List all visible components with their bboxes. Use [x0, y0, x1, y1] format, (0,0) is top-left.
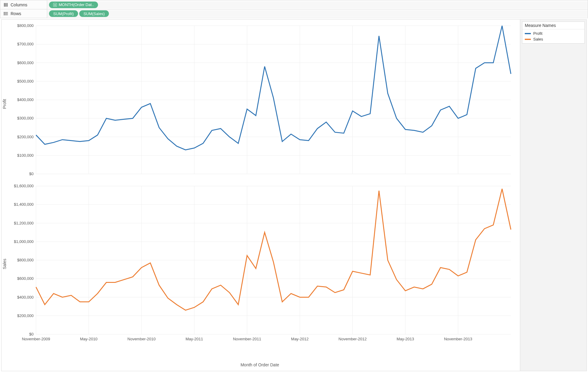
svg-text:May-2012: May-2012: [291, 337, 309, 341]
svg-text:November-2013: November-2013: [444, 337, 472, 341]
rows-shelf-label: Rows: [11, 11, 21, 16]
columns-icon: [3, 2, 8, 7]
visualization-area[interactable]: Profit$0$100,000$200,000$300,000$400,000…: [1, 19, 520, 371]
pill-label: SUM(Sales): [83, 11, 105, 16]
svg-text:November-2010: November-2010: [127, 337, 155, 341]
side-panel: Measure Names Profit Sales: [520, 19, 587, 371]
expand-icon[interactable]: +: [53, 3, 57, 7]
legend-swatch: [525, 39, 531, 40]
svg-text:November-2011: November-2011: [233, 337, 261, 341]
pill-label: MONTH(Order Dat..: [59, 2, 94, 7]
workspace: Profit$0$100,000$200,000$300,000$400,000…: [0, 18, 588, 372]
chart-panes: Profit$0$100,000$200,000$300,000$400,000…: [3, 23, 517, 361]
svg-rect-1: [5, 3, 6, 7]
svg-text:$1,400,000: $1,400,000: [14, 202, 34, 207]
columns-shelf-body[interactable]: + MONTH(Order Dat..: [47, 2, 588, 8]
pill-sum-sales[interactable]: SUM(Sales): [79, 10, 109, 17]
chart-pane-sales[interactable]: $0$200,000$400,000$600,000$800,000$1,000…: [3, 183, 517, 343]
svg-point-8: [4, 15, 4, 15]
columns-shelf-header: Columns: [0, 0, 47, 9]
legend-card[interactable]: Measure Names Profit Sales: [522, 21, 585, 44]
series-line-sales[interactable]: [36, 189, 511, 310]
svg-text:$200,000: $200,000: [17, 313, 34, 318]
svg-text:$0: $0: [29, 332, 34, 336]
svg-text:November-2012: November-2012: [338, 337, 367, 341]
svg-point-6: [4, 12, 4, 13]
svg-text:May-2011: May-2011: [185, 337, 203, 341]
svg-text:$1,000,000: $1,000,000: [14, 239, 34, 244]
y-axis-title: Sales: [2, 259, 7, 269]
svg-text:$200,000: $200,000: [17, 135, 34, 139]
legend-items: Profit Sales: [522, 29, 584, 43]
svg-text:$800,000: $800,000: [17, 23, 34, 28]
legend-title: Measure Names: [522, 22, 584, 29]
legend-item-label: Sales: [533, 37, 543, 41]
svg-text:November-2009: November-2009: [22, 337, 50, 341]
legend-item-label: Profit: [533, 31, 542, 36]
svg-text:May-2013: May-2013: [397, 337, 414, 341]
columns-shelf[interactable]: Columns + MONTH(Order Dat..: [0, 0, 588, 9]
svg-text:$1,200,000: $1,200,000: [14, 221, 34, 225]
pill-sum-profit[interactable]: SUM(Profit): [49, 10, 78, 17]
y-axis-title: Profit: [2, 99, 7, 109]
svg-text:$600,000: $600,000: [17, 276, 34, 281]
svg-text:$400,000: $400,000: [17, 97, 34, 102]
svg-text:$500,000: $500,000: [17, 79, 34, 83]
svg-text:$300,000: $300,000: [17, 116, 34, 120]
pill-label: SUM(Profit): [53, 11, 74, 16]
chart-pane-profit[interactable]: $0$100,000$200,000$300,000$400,000$500,0…: [3, 23, 517, 183]
pill-month-order-date[interactable]: + MONTH(Order Dat..: [49, 2, 98, 8]
legend-item-sales[interactable]: Sales: [525, 36, 582, 42]
columns-shelf-label: Columns: [11, 2, 27, 7]
svg-text:$100,000: $100,000: [17, 153, 34, 158]
svg-rect-0: [4, 3, 5, 7]
svg-text:$0: $0: [29, 172, 34, 176]
shelves: Columns + MONTH(Order Dat.. Rows SUM(Pro…: [0, 0, 588, 18]
legend-swatch: [525, 33, 531, 34]
rows-shelf[interactable]: Rows SUM(Profit) SUM(Sales): [0, 9, 588, 18]
svg-text:$700,000: $700,000: [17, 42, 34, 46]
rows-shelf-header: Rows: [0, 9, 47, 18]
svg-text:$400,000: $400,000: [17, 295, 34, 299]
svg-text:May-2010: May-2010: [80, 337, 98, 341]
legend-item-profit[interactable]: Profit: [525, 31, 582, 36]
rows-shelf-body[interactable]: SUM(Profit) SUM(Sales): [47, 10, 588, 17]
svg-text:$800,000: $800,000: [17, 258, 34, 262]
svg-point-7: [4, 13, 4, 14]
svg-text:$600,000: $600,000: [17, 61, 34, 65]
svg-text:$1,600,000: $1,600,000: [14, 184, 34, 188]
svg-rect-2: [7, 3, 8, 7]
x-axis-title: Month of Order Date: [3, 361, 517, 368]
rows-icon: [3, 11, 8, 16]
